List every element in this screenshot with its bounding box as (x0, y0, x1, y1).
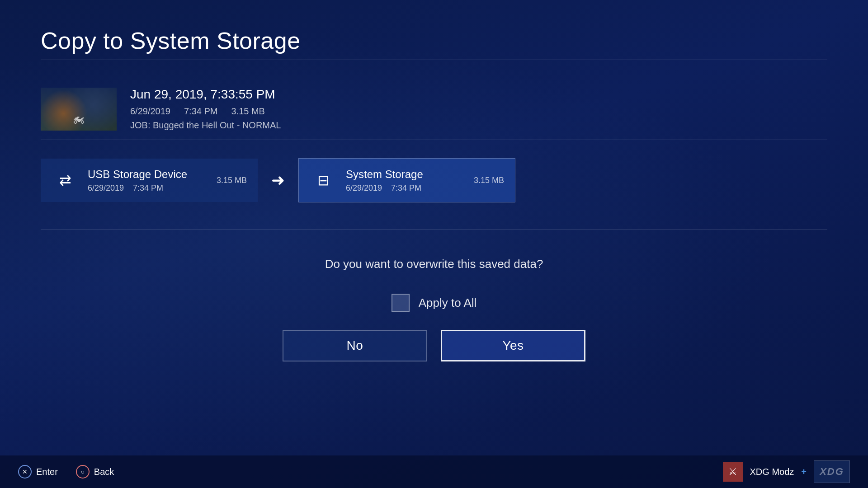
usb-icon: ⇄ (59, 172, 71, 189)
system-storage-box: ⊟ System Storage 6/29/2019 7:34 PM 3.15 … (298, 158, 515, 202)
usb-storage-name: USB Storage Device (88, 168, 208, 181)
bottom-right: ⚔ XDG Modz + XDG (723, 460, 850, 483)
yes-button[interactable]: Yes (441, 330, 585, 361)
username: XDG Modz (750, 467, 794, 477)
save-time: 7:34 PM (184, 106, 217, 117)
transfer-divider (41, 230, 827, 230)
system-icon: ⊟ (317, 172, 330, 189)
save-meta-row: 6/29/2019 7:34 PM 3.15 MB (130, 106, 814, 117)
apply-all-row[interactable]: Apply to All (41, 294, 827, 312)
overwrite-question: Do you want to overwrite this saved data… (41, 257, 827, 271)
system-storage-details: System Storage 6/29/2019 7:34 PM (346, 168, 465, 193)
system-storage-meta: 6/29/2019 7:34 PM (346, 183, 465, 193)
bottom-bar: ✕ Enter ○ Back ⚔ XDG Modz + XDG (0, 455, 868, 488)
back-label: Back (94, 467, 114, 477)
system-storage-name: System Storage (346, 168, 465, 181)
usb-storage-meta: 6/29/2019 7:34 PM (88, 183, 208, 193)
save-job-label: JOB: Bugged the Hell Out - NORMAL (130, 120, 814, 131)
ps-plus-icon: + (801, 467, 807, 477)
usb-storage-details: USB Storage Device 6/29/2019 7:34 PM (88, 168, 208, 193)
save-size: 3.15 MB (231, 106, 264, 117)
bottom-controls: ✕ Enter ○ Back (18, 465, 114, 479)
save-item-card: Jun 29, 2019, 7:33:55 PM 6/29/2019 7:34 … (41, 78, 827, 140)
usb-time: 7:34 PM (133, 183, 163, 193)
page-title: Copy to System Storage (41, 27, 827, 54)
usb-size: 3.15 MB (217, 176, 247, 185)
save-info: Jun 29, 2019, 7:33:55 PM 6/29/2019 7:34 … (130, 87, 814, 131)
transfer-arrow-icon: ➜ (271, 171, 285, 190)
save-thumbnail (41, 88, 117, 131)
o-button-icon: ○ (76, 465, 90, 479)
usb-icon-wrap: ⇄ (52, 167, 79, 194)
title-divider (41, 60, 827, 60)
system-time: 7:34 PM (391, 183, 421, 193)
apply-all-checkbox[interactable] (392, 294, 410, 312)
brand-logo: XDG (814, 460, 850, 483)
save-date-primary: Jun 29, 2019, 7:33:55 PM (130, 87, 814, 102)
save-date-short: 6/29/2019 (130, 106, 170, 117)
enter-label: Enter (36, 467, 58, 477)
system-date: 6/29/2019 (346, 183, 382, 193)
button-row: No Yes (41, 330, 827, 361)
usb-date: 6/29/2019 (88, 183, 124, 193)
no-button[interactable]: No (283, 330, 427, 361)
back-control: ○ Back (76, 465, 114, 479)
transfer-row: ⇄ USB Storage Device 6/29/2019 7:34 PM 3… (41, 158, 827, 202)
avatar: ⚔ (723, 462, 743, 482)
usb-storage-box: ⇄ USB Storage Device 6/29/2019 7:34 PM 3… (41, 159, 258, 202)
system-size: 3.15 MB (474, 176, 504, 185)
x-button-icon: ✕ (18, 465, 32, 479)
page-container: Copy to System Storage Jun 29, 2019, 7:3… (0, 0, 868, 488)
system-icon-wrap: ⊟ (310, 167, 337, 194)
apply-all-label: Apply to All (419, 296, 477, 310)
enter-control: ✕ Enter (18, 465, 58, 479)
